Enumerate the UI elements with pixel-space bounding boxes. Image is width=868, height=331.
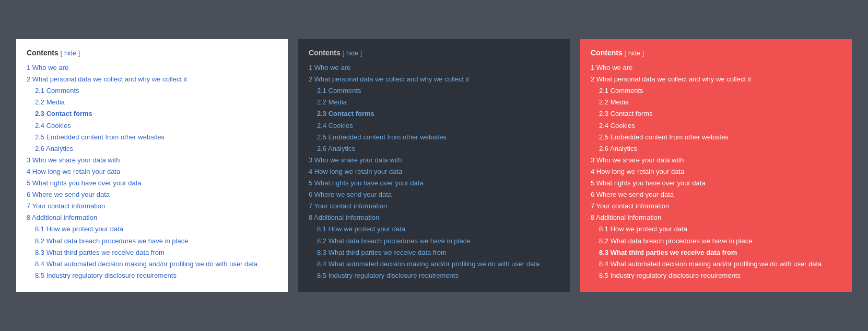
list-item: 8.3 What third parties we receive data f…: [27, 247, 277, 258]
toc-link-2.6[interactable]: 2.6 Analytics: [317, 145, 355, 152]
list-item: 2.2 Media: [309, 97, 559, 108]
toc-link-8.4[interactable]: 8.4 What automated decision making and/o…: [35, 260, 257, 268]
list-item: 8.1 How we protect your data: [27, 223, 277, 235]
toc-link-8.3[interactable]: 8.3 What third parties we receive data f…: [35, 249, 165, 256]
toc-link-1[interactable]: 1 Who we are: [27, 64, 68, 72]
toc-link-8.5[interactable]: 8.5 Industry regulatory disclosure requi…: [317, 271, 459, 279]
toc-link-2.6[interactable]: 2.6 Analytics: [35, 145, 73, 152]
toc-link-5[interactable]: 5 What rights you have over your data: [591, 179, 706, 187]
toc-link-8.3[interactable]: 8.3 What third parties we receive data f…: [599, 249, 737, 256]
toc-link-1[interactable]: 1 Who we are: [591, 64, 632, 72]
contents-label: Contents: [309, 49, 341, 57]
toc-link-4[interactable]: 4 How long we retain your data: [27, 168, 120, 175]
hide-link[interactable]: hide: [346, 50, 358, 57]
hide-link[interactable]: hide: [628, 50, 640, 57]
list-item: 2.2 Media: [27, 97, 277, 108]
toc-link-6[interactable]: 6 Where we send your data: [591, 191, 674, 198]
toc-link-2.3[interactable]: 2.3 Contact forms: [599, 110, 653, 117]
toc-link-2.3[interactable]: 2.3 Contact forms: [317, 110, 374, 117]
list-item: 2.6 Analytics: [309, 143, 559, 155]
toc-link-2[interactable]: 2 What personal data we collect and why …: [591, 75, 751, 83]
contents-label: Contents: [591, 49, 623, 57]
toc-link-8.2[interactable]: 8.2 What data breach procedures we have …: [599, 237, 752, 245]
toc-link-5[interactable]: 5 What rights you have over your data: [309, 179, 424, 187]
hide-link[interactable]: hide: [64, 50, 76, 57]
toc-link-2.4[interactable]: 2.4 Cookies: [35, 122, 71, 129]
list-item: 8.1 How we protect your data: [309, 223, 559, 235]
toc-link-4[interactable]: 4 How long we retain your data: [309, 168, 402, 175]
list-item: 2.4 Cookies: [27, 120, 277, 132]
list-item: 2.1 Comments: [309, 85, 559, 97]
toc-link-2.2[interactable]: 2.2 Media: [35, 98, 65, 106]
bracket-close: ]: [360, 50, 362, 57]
toc-link-2[interactable]: 2 What personal data we collect and why …: [309, 75, 469, 83]
toc-link-5[interactable]: 5 What rights you have over your data: [27, 179, 142, 187]
list-item: 4 How long we retain your data: [27, 166, 277, 178]
toc-link-8.2[interactable]: 8.2 What data breach procedures we have …: [317, 237, 470, 245]
list-item: 2.1 Comments: [27, 85, 277, 97]
list-item: 5 What rights you have over your data: [309, 178, 559, 189]
toc-link-8.3[interactable]: 8.3 What third parties we receive data f…: [317, 249, 447, 256]
list-item: 7 Your contact information: [27, 200, 277, 212]
toc-list: 1 Who we are2 What personal data we coll…: [27, 62, 277, 281]
list-item: 1 Who we are: [27, 62, 277, 74]
toc-link-2.5[interactable]: 2.5 Embedded content from other websites: [317, 133, 447, 141]
toc-link-8.4[interactable]: 8.4 What automated decision making and/o…: [317, 260, 539, 268]
contents-header-red: Contents [hide]: [591, 49, 841, 57]
list-item: 6 Where we send your data: [591, 189, 841, 200]
list-item: 2.2 Media: [591, 97, 841, 108]
toc-link-2.5[interactable]: 2.5 Embedded content from other websites: [35, 133, 165, 141]
toc-link-2.2[interactable]: 2.2 Media: [317, 98, 347, 106]
list-item: 8.2 What data breach procedures we have …: [591, 235, 841, 247]
toc-link-7[interactable]: 7 Your contact information: [27, 202, 105, 210]
toc-link-8.5[interactable]: 8.5 Industry regulatory disclosure requi…: [35, 271, 177, 279]
toc-link-8[interactable]: 8 Additional information: [27, 214, 97, 221]
toc-link-2.5[interactable]: 2.5 Embedded content from other websites: [599, 133, 729, 141]
toc-link-8[interactable]: 8 Additional information: [591, 214, 661, 221]
list-item: 8.2 What data breach procedures we have …: [27, 235, 277, 247]
toc-link-8[interactable]: 8 Additional information: [309, 214, 379, 221]
toc-link-2.1[interactable]: 2.1 Comments: [599, 87, 643, 94]
panel-red: Contents [hide]1 Who we are2 What person…: [580, 39, 852, 292]
toc-link-8.1[interactable]: 8.1 How we protect your data: [317, 225, 405, 233]
toc-link-7[interactable]: 7 Your contact information: [591, 202, 669, 210]
panel-white: Contents [hide]1 Who we are2 What person…: [16, 39, 288, 292]
list-item: 8.5 Industry regulatory disclosure requi…: [591, 270, 841, 281]
list-item: 8.1 How we protect your data: [591, 223, 841, 235]
toc-link-2.4[interactable]: 2.4 Cookies: [599, 122, 635, 129]
toc-link-1[interactable]: 1 Who we are: [309, 64, 350, 72]
list-item: 8 Additional information: [309, 212, 559, 223]
bracket-close: ]: [642, 50, 644, 57]
toc-link-2.1[interactable]: 2.1 Comments: [35, 87, 79, 94]
toc-link-8.2[interactable]: 8.2 What data breach procedures we have …: [35, 237, 188, 245]
list-item: 5 What rights you have over your data: [27, 178, 277, 189]
list-item: 7 Your contact information: [309, 200, 559, 212]
toc-link-2[interactable]: 2 What personal data we collect and why …: [27, 75, 187, 83]
list-item: 2 What personal data we collect and why …: [309, 74, 559, 85]
toc-link-8.4[interactable]: 8.4 What automated decision making and/o…: [599, 260, 822, 268]
list-item: 2.3 Contact forms: [309, 108, 559, 120]
toc-link-6[interactable]: 6 Where we send your data: [27, 191, 110, 198]
toc-link-2.4[interactable]: 2.4 Cookies: [317, 122, 353, 129]
toc-link-8.5[interactable]: 8.5 Industry regulatory disclosure requi…: [599, 271, 741, 279]
toc-link-3[interactable]: 3 Who we share your data with: [591, 156, 684, 164]
contents-header-dark: Contents [hide]: [309, 49, 559, 57]
toc-link-8.1[interactable]: 8.1 How we protect your data: [35, 225, 123, 233]
list-item: 2.3 Contact forms: [27, 108, 277, 120]
list-item: 8.3 What third parties we receive data f…: [591, 247, 841, 258]
list-item: 2.6 Analytics: [27, 143, 277, 155]
toc-link-2.6[interactable]: 2.6 Analytics: [599, 145, 637, 152]
toc-link-7[interactable]: 7 Your contact information: [309, 202, 387, 210]
list-item: 8.5 Industry regulatory disclosure requi…: [309, 270, 559, 281]
toc-link-2.2[interactable]: 2.2 Media: [599, 98, 629, 106]
toc-link-4[interactable]: 4 How long we retain your data: [591, 168, 684, 175]
toc-link-3[interactable]: 3 Who we share your data with: [309, 156, 402, 164]
list-item: 4 How long we retain your data: [309, 166, 559, 178]
toc-link-3[interactable]: 3 Who we share your data with: [27, 156, 120, 164]
toc-link-6[interactable]: 6 Where we send your data: [309, 191, 392, 198]
list-item: 8.3 What third parties we receive data f…: [309, 247, 559, 258]
toc-link-2.1[interactable]: 2.1 Comments: [317, 87, 361, 94]
toc-list: 1 Who we are2 What personal data we coll…: [309, 62, 559, 281]
toc-link-8.1[interactable]: 8.1 How we protect your data: [599, 225, 687, 233]
toc-link-2.3[interactable]: 2.3 Contact forms: [35, 110, 92, 117]
